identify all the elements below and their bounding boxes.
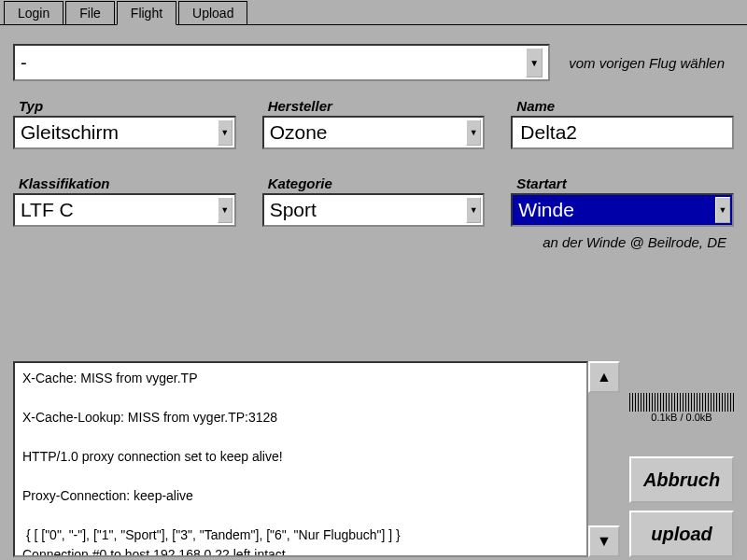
- prev-flight-hint: vom vorigen Flug wählen: [569, 55, 725, 71]
- tab-flight[interactable]: Flight: [117, 1, 176, 25]
- kategorie-select[interactable]: Sport ▼: [262, 193, 486, 227]
- scrollbar[interactable]: ▲ ▼: [588, 361, 620, 557]
- label-hersteller: Hersteller: [268, 98, 486, 114]
- label-startart: Startart: [516, 175, 734, 191]
- upload-button[interactable]: upload: [629, 511, 734, 557]
- label-typ: Typ: [19, 98, 236, 114]
- scroll-up-icon[interactable]: ▲: [588, 361, 620, 393]
- tab-login[interactable]: Login: [4, 1, 63, 25]
- startart-value: Winde: [518, 199, 715, 221]
- hersteller-select[interactable]: Ozone ▼: [262, 116, 486, 149]
- name-input[interactable]: Delta2: [511, 116, 734, 149]
- hersteller-value: Ozone: [270, 121, 467, 144]
- label-name: Name: [516, 98, 734, 114]
- scroll-track[interactable]: [588, 393, 620, 525]
- typ-value: Gleitschirm: [21, 121, 218, 144]
- location-note: an der Winde @ Beilrode, DE: [13, 234, 726, 250]
- flight-panel: - ▼ vom vorigen Flug wählen Typ Gleitsch…: [0, 24, 747, 259]
- tab-upload[interactable]: Upload: [178, 1, 247, 25]
- chevron-down-icon[interactable]: ▼: [218, 119, 233, 146]
- scroll-down-icon[interactable]: ▼: [588, 525, 620, 557]
- name-value: Delta2: [520, 121, 577, 144]
- tab-bar: Login File Flight Upload: [0, 0, 747, 24]
- label-kategorie: Kategorie: [268, 175, 486, 191]
- log-output: X-Cache: MISS from vyger.TP X-Cache-Look…: [13, 361, 588, 557]
- chevron-down-icon[interactable]: ▼: [715, 197, 730, 223]
- chevron-down-icon[interactable]: ▼: [526, 48, 543, 77]
- transfer-gauge: [629, 393, 734, 412]
- chevron-down-icon[interactable]: ▼: [466, 197, 481, 223]
- klass-value: LTF C: [21, 199, 218, 221]
- prev-flight-value: -: [21, 52, 526, 74]
- label-klass: Klassifikation: [19, 175, 236, 191]
- transfer-label: 0.1kB / 0.0kB: [629, 412, 734, 423]
- prev-flight-select[interactable]: - ▼: [13, 44, 550, 81]
- kat-value: Sport: [270, 199, 467, 221]
- klassifikation-select[interactable]: LTF C ▼: [13, 193, 236, 227]
- chevron-down-icon[interactable]: ▼: [466, 119, 481, 146]
- tab-file[interactable]: File: [65, 1, 115, 25]
- cancel-button[interactable]: Abbruch: [629, 456, 734, 503]
- chevron-down-icon[interactable]: ▼: [218, 197, 233, 223]
- startart-select[interactable]: Winde ▼: [511, 193, 734, 227]
- typ-select[interactable]: Gleitschirm ▼: [13, 116, 236, 149]
